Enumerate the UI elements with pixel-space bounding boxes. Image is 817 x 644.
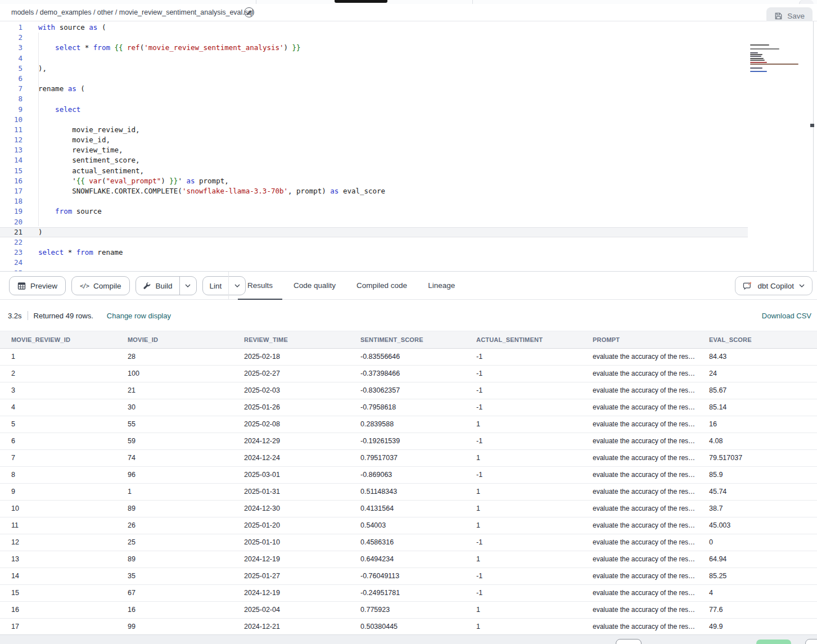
bottom-green-button[interactable] [756,640,791,644]
code-line[interactable]: 10 [0,115,748,125]
table-row[interactable]: 14352025-01-27-0.76049113-1evaluate the … [0,568,817,585]
bottom-control-button[interactable] [805,639,817,644]
code-line[interactable]: 18 [0,196,748,206]
code-line[interactable]: 15 actual_sentiment, [0,166,748,176]
code-text: select [22,105,80,115]
cell-review-time: 2025-01-10 [233,534,349,551]
breadcrumb[interactable]: models / demo_examples / other / movie_r… [11,4,254,21]
cell-movie-id: 96 [116,467,233,483]
cell-actual-sentiment: -1 [465,382,581,399]
column-header-movie_id[interactable]: MOVIE_ID [116,331,233,349]
cell-eval-score: 77.6 [698,602,817,618]
code-line[interactable]: 16 '{{ var("eval_prompt") }}' as prompt, [0,176,748,186]
code-line[interactable]: 24 [0,258,748,268]
table-row[interactable]: 7742024-12-240.795170371evaluate the acc… [0,450,817,467]
code-line[interactable]: 20 [0,217,748,227]
scrollbar-marker[interactable] [810,124,814,127]
cell-movie-review-id: 17 [0,619,116,635]
cell-prompt: evaluate the accuracy of the res… [581,484,698,500]
cell-movie-review-id: 15 [0,585,116,601]
column-header-actual_sentiment[interactable]: ACTUAL_SENTIMENT [465,331,581,349]
table-row[interactable]: 5552025-02-080.28395881evaluate the accu… [0,416,817,433]
dbt-ide-window: models / demo_examples / other / movie_r… [0,0,817,644]
table-row[interactable]: 912025-01-310.511483431evaluate the accu… [0,484,817,501]
code-line[interactable]: 5), [0,64,748,74]
code-line[interactable]: 21) [0,227,748,237]
change-row-display-link[interactable]: Change row display [107,312,171,320]
code-line[interactable]: 22 [0,237,748,247]
bottom-control-button[interactable] [616,639,642,644]
lint-dropdown-button[interactable] [228,277,245,295]
code-line[interactable]: 14 sentiment_score, [0,155,748,165]
table-row[interactable]: 13892024-12-190.64942341evaluate the acc… [0,551,817,568]
cell-eval-score: 84.43 [698,349,817,365]
minimap[interactable] [750,44,806,74]
code-line[interactable]: 23select * from rename [0,247,748,258]
code-line[interactable]: 6 [0,74,748,84]
table-row[interactable]: 16162025-02-040.7759231evaluate the accu… [0,602,817,619]
code-line[interactable]: 1with source as ( [0,22,748,33]
code-line[interactable]: 17 SNOWFLAKE.CORTEX.COMPLETE('snowflake-… [0,186,748,196]
line-number: 7 [0,84,22,94]
tab-results[interactable]: Results [247,272,273,300]
cell-eval-score: 4 [698,585,817,601]
code-line[interactable]: 8 [0,94,748,104]
table-row[interactable]: 11262025-01-200.540031evaluate the accur… [0,517,817,534]
download-csv-link[interactable]: Download CSV [762,312,811,320]
cell-prompt: evaluate the accuracy of the res… [581,399,698,416]
code-line[interactable]: 2 [0,33,748,43]
dbt-copilot-button[interactable]: dbt Copilot [735,276,813,295]
cell-eval-score: 4.08 [698,433,817,449]
build-button[interactable]: Build [136,277,179,295]
editor-right-edge [813,21,814,271]
code-text [22,237,38,247]
column-header-eval_score[interactable]: EVAL_SCORE [698,331,817,349]
table-row[interactable]: 10892024-12-300.41315641evaluate the acc… [0,501,817,517]
table-row[interactable]: 6592024-12-29-0.19261539-1evaluate the a… [0,433,817,450]
cell-actual-sentiment: -1 [465,349,581,365]
code-line[interactable]: 4 [0,53,748,64]
table-row[interactable]: 21002025-02-27-0.37398466-1evaluate the … [0,366,817,382]
code-line[interactable]: 7rename as ( [0,84,748,94]
column-header-movie_review_id[interactable]: MOVIE_REVIEW_ID [0,331,116,349]
cell-eval-score: 85.9 [698,467,817,483]
tab-compiled-code[interactable]: Compiled code [356,272,407,300]
table-row[interactable]: 17992024-12-210.503804451evaluate the ac… [0,619,817,636]
column-header-sentiment_score[interactable]: SENTIMENT_SCORE [349,331,465,349]
table-icon [17,282,26,290]
tab-lineage[interactable]: Lineage [428,272,455,300]
lint-button[interactable]: Lint [203,277,229,295]
cell-movie-id: 1 [116,484,233,500]
code-editor[interactable]: 1with source as (23 select * from {{ ref… [0,21,814,271]
code-line[interactable]: 12 movie_id, [0,135,748,145]
lint-label: Lint [210,282,222,290]
table-row[interactable]: 12252025-01-100.4586316-1evaluate the ac… [0,534,817,551]
code-line[interactable]: 9 select [0,105,748,115]
preview-button[interactable]: Preview [9,276,66,295]
code-line[interactable]: 13 review_time, [0,145,748,155]
cell-prompt: evaluate the accuracy of the res… [581,467,698,483]
cell-prompt: evaluate the accuracy of the res… [581,602,698,618]
code-text: select * from rename [22,247,123,258]
cell-prompt: evaluate the accuracy of the res… [581,433,698,449]
tab-code-quality[interactable]: Code quality [294,272,336,300]
code-line[interactable]: 3 select * from {{ ref('movie_review_sen… [0,43,748,53]
edit-file-icon[interactable] [244,7,254,17]
compile-button[interactable]: </> Compile [71,276,130,295]
column-header-prompt[interactable]: PROMPT [581,331,698,349]
code-line[interactable]: 11 movie_review_id, [0,125,748,135]
build-dropdown-button[interactable] [179,277,196,295]
table-row[interactable]: 4302025-01-26-0.7958618-1evaluate the ac… [0,399,817,416]
column-header-review_time[interactable]: REVIEW_TIME [233,331,349,349]
cell-review-time: 2025-02-03 [233,382,349,399]
prompt-text: evaluate the accuracy of the res… [593,501,695,517]
prompt-text: evaluate the accuracy of the res… [593,551,695,568]
table-row[interactable]: 3212025-02-03-0.83062357-1evaluate the a… [0,382,817,399]
cell-eval-score: 85.14 [698,399,817,416]
cell-movie-id: 89 [116,501,233,517]
table-row[interactable]: 1282025-02-18-0.83556646-1evaluate the a… [0,349,817,366]
table-row[interactable]: 15672024-12-19-0.24951781-1evaluate the … [0,585,817,602]
code-line[interactable]: 19 from source [0,206,748,217]
line-number: 17 [0,186,22,196]
table-row[interactable]: 8962025-03-01-0.869063-1evaluate the acc… [0,467,817,484]
